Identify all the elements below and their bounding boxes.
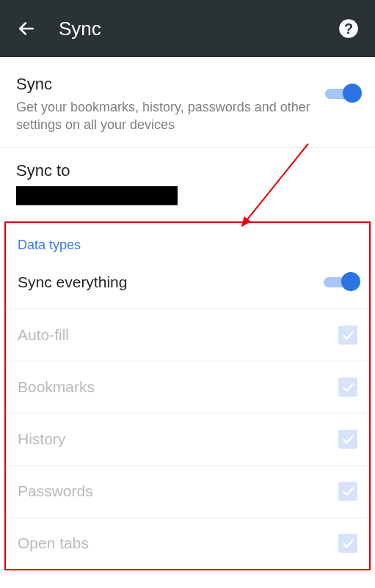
check-icon — [341, 328, 355, 342]
sync-everything-label: Sync everything — [18, 273, 127, 291]
content: Sync Get your bookmarks, history, passwo… — [0, 57, 375, 570]
sync-everything-switch[interactable] — [324, 272, 357, 293]
data-type-row: Passwords — [6, 466, 369, 518]
back-button[interactable] — [15, 17, 38, 40]
sync-everything-row: Sync everything — [6, 256, 369, 309]
sync-to-account-redacted — [16, 186, 178, 205]
check-icon — [341, 432, 355, 446]
data-type-label: History — [18, 430, 65, 448]
sync-switch[interactable] — [325, 84, 359, 104]
data-type-checkbox[interactable] — [338, 430, 357, 449]
data-type-row: Auto-fill — [6, 309, 369, 361]
sync-to-section[interactable]: Sync to — [0, 148, 375, 214]
help-button[interactable]: ? — [337, 17, 360, 40]
sync-subtitle: Get your bookmarks, history, passwords a… — [16, 98, 325, 134]
data-type-checkbox[interactable] — [338, 482, 357, 501]
check-icon — [341, 536, 355, 551]
app-bar: Sync ? — [0, 0, 375, 57]
sync-to-label: Sync to — [16, 161, 359, 180]
svg-text:?: ? — [344, 21, 353, 37]
data-type-checkbox[interactable] — [338, 534, 357, 553]
data-type-row: Bookmarks — [6, 361, 369, 414]
data-type-label: Bookmarks — [18, 378, 95, 396]
sync-title: Sync — [16, 75, 325, 94]
check-icon — [341, 484, 355, 499]
check-icon — [341, 380, 355, 394]
page-title: Sync — [59, 18, 337, 40]
help-circle-icon: ? — [338, 18, 359, 39]
data-types-section: Data types Sync everything Auto-fill Boo… — [4, 221, 371, 570]
data-type-label: Auto-fill — [18, 326, 69, 344]
arrow-left-icon — [17, 19, 36, 38]
data-type-label: Passwords — [18, 482, 93, 500]
data-type-row: History — [6, 414, 369, 466]
data-type-checkbox[interactable] — [338, 326, 357, 345]
data-type-checkbox[interactable] — [338, 378, 357, 397]
data-type-row: Open tabs — [6, 518, 369, 569]
data-types-header: Data types — [6, 223, 369, 256]
data-type-label: Open tabs — [18, 534, 89, 552]
sync-toggle-row: Sync Get your bookmarks, history, passwo… — [0, 57, 375, 148]
